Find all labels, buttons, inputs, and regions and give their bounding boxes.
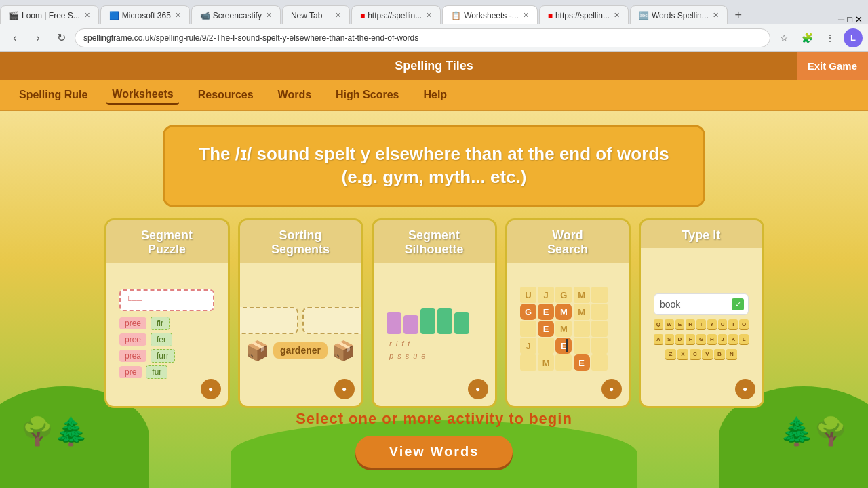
tab-close-words[interactable]: ✕: [713, 11, 719, 20]
puzzle-word-2: pree: [119, 333, 146, 346]
view-words-button[interactable]: View Words: [355, 436, 513, 468]
activity-card-segment-puzzle[interactable]: SegmentPuzzle └── pree fir pree fer: [104, 218, 230, 408]
main-content: 🌳🌲 🌲🌳 The /ɪ/ sound spelt y elsewhere th…: [0, 111, 868, 488]
segment-silhouette-badge: ●: [468, 379, 488, 399]
back-button[interactable]: ‹: [5, 28, 24, 47]
segment-silhouette-title: SegmentSilhouette: [374, 220, 495, 263]
bottom-section: Select one or more activity to begin Vie…: [231, 410, 637, 468]
key-l: L: [739, 334, 749, 345]
puzzle-word-4: pre: [119, 366, 142, 378]
tab-close-worksheets[interactable]: ✕: [523, 11, 529, 20]
bookmark-icon[interactable]: ☆: [774, 28, 793, 47]
nav-words[interactable]: Words: [273, 86, 317, 104]
close-window-button[interactable]: ✕: [855, 14, 863, 24]
ws-cell: M: [555, 321, 572, 337]
nav-worksheets[interactable]: Worksheets: [106, 85, 178, 105]
tab-close-spelling1[interactable]: ✕: [426, 11, 432, 20]
puzzle-row-1: pree fir: [119, 317, 214, 330]
minimize-button[interactable]: ─: [838, 14, 844, 24]
silh-letters-row-2: p s s u e: [387, 352, 425, 360]
silh-letter-r: r: [389, 340, 392, 348]
tab-screencastify[interactable]: 📹 Screencastify ✕: [191, 5, 281, 24]
tab-newtab[interactable]: New Tab ✕: [282, 5, 350, 24]
tab-words[interactable]: 🔤 Words Spellin... ✕: [630, 5, 728, 24]
tab-spelling1[interactable]: ■ https://spellin... ✕: [351, 5, 441, 24]
ws-cell-highlighted: M: [555, 304, 572, 320]
activity-card-sorting-segments[interactable]: SortingSegments 📦 gardener 📦 ●: [238, 218, 363, 408]
silh-block-4: [437, 308, 452, 334]
key-b: B: [714, 349, 725, 360]
ws-cell: [555, 354, 572, 371]
sort-boxes: [238, 307, 363, 334]
word-search-title: WordSearch: [507, 220, 629, 263]
rule-text: The /ɪ/ sound spelt y elsewhere than at …: [185, 143, 683, 189]
key-g: G: [696, 334, 706, 345]
forward-button[interactable]: ›: [28, 28, 47, 47]
sort-box-right: [302, 307, 363, 334]
sort-box-left: [238, 307, 299, 334]
type-it-title: Type It: [641, 220, 762, 249]
sorting-segments-badge: ●: [334, 379, 355, 399]
segment-puzzle-preview: └── pree fir pree fer prea fu: [119, 289, 214, 379]
key-y: Y: [707, 319, 717, 330]
sorting-segments-title: SortingSegments: [240, 220, 361, 263]
sort-item-box2: 📦: [332, 340, 355, 362]
key-q: Q: [654, 319, 663, 330]
silhouette-preview: r i f t p s s u e: [387, 308, 481, 360]
ws-cell: U: [520, 287, 536, 303]
puzzle-row-3: prea furr: [119, 349, 214, 363]
browser-chrome: 🎬 Loom | Free S... ✕ 🟦 Microsoft 365 ✕ 📹…: [0, 0, 868, 52]
nav-spelling-rule[interactable]: Spelling Rule: [14, 86, 93, 104]
key-t: T: [696, 319, 706, 330]
browser-toolbar: ‹ › ↻ spellingframe.co.uk/spelling-rule/…: [0, 24, 868, 52]
puzzle-suffix-4: fur: [146, 365, 167, 379]
nav-resources[interactable]: Resources: [193, 86, 259, 104]
ws-cell: [520, 354, 536, 371]
activity-card-type-it[interactable]: Type It book ✓ Q W E R T Y U I: [639, 218, 764, 408]
tab-close-newtab[interactable]: ✕: [335, 11, 341, 20]
tab-spelling2[interactable]: ■ https://spellin... ✕: [539, 5, 629, 24]
tab-close-spelling2[interactable]: ✕: [614, 11, 620, 20]
trees-left-decoration: 🌳🌲: [20, 415, 88, 447]
ws-cell: J: [520, 338, 536, 354]
nav-help[interactable]: Help: [418, 86, 452, 104]
tab-close-loom[interactable]: ✕: [84, 11, 90, 20]
silh-letter-s: s: [397, 352, 401, 360]
tab-microsoft[interactable]: 🟦 Microsoft 365 ✕: [100, 5, 190, 24]
puzzle-rows: pree fir pree fer prea furr pre: [119, 317, 214, 379]
ws-cell: [574, 321, 590, 337]
ws-cell-highlighted: E: [555, 338, 572, 354]
silh-letter-s2: s: [406, 352, 410, 360]
tab-close-microsoft[interactable]: ✕: [175, 11, 181, 20]
ws-cell: [591, 304, 608, 320]
activity-card-segment-silhouette[interactable]: SegmentSilhouette r i f t: [372, 218, 497, 408]
sorting-segments-preview: 📦 gardener 📦: [253, 307, 348, 362]
type-it-word: book: [660, 299, 680, 310]
browser-action-icons: ☆ 🧩 ⋮ L: [774, 28, 863, 47]
extension-icon[interactable]: 🧩: [797, 28, 816, 47]
address-bar[interactable]: spellingframe.co.uk/spelling-rule/9/2-Th…: [75, 28, 770, 47]
key-s: S: [665, 334, 674, 345]
type-it-badge: ●: [735, 379, 755, 399]
nav-high-scores[interactable]: High Scores: [330, 86, 404, 104]
sort-gardener-label: gardener: [273, 342, 328, 359]
key-k: K: [728, 334, 738, 345]
key-z: Z: [665, 349, 676, 360]
maximize-button[interactable]: □: [847, 14, 852, 24]
segment-puzzle-title: SegmentPuzzle: [106, 220, 228, 263]
settings-icon[interactable]: ⋮: [821, 28, 840, 47]
refresh-button[interactable]: ↻: [52, 28, 71, 47]
exit-game-button[interactable]: Exit Game: [797, 52, 868, 80]
tab-close-screencastify[interactable]: ✕: [266, 11, 272, 20]
key-u: U: [718, 319, 728, 330]
tab-loom[interactable]: 🎬 Loom | Free S... ✕: [0, 5, 99, 24]
tab-worksheets[interactable]: 📋 Worksheets -... ✕: [442, 5, 537, 24]
key-e: E: [675, 319, 685, 330]
activity-card-word-search[interactable]: WordSearch U J G M G E M M: [505, 218, 631, 408]
key-v: V: [702, 349, 713, 360]
key-n: N: [726, 349, 737, 360]
new-tab-button[interactable]: +: [729, 5, 748, 24]
profile-avatar[interactable]: L: [844, 28, 863, 47]
ws-cell: [591, 338, 608, 354]
ws-cell-highlighted: G: [520, 304, 536, 320]
